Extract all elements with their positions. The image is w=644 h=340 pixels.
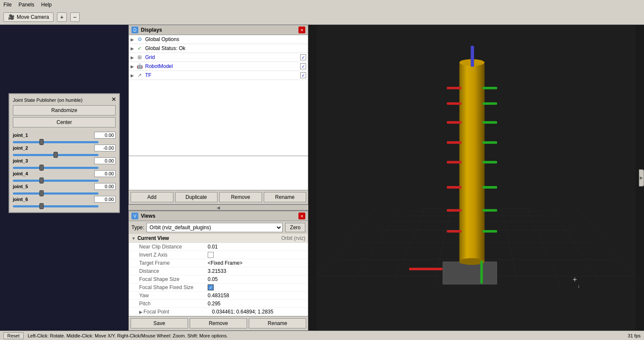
svg-rect-40 xyxy=(409,268,442,270)
displays-panel-icon: D xyxy=(131,27,138,33)
right-collapse-icon: ▶ xyxy=(640,175,643,180)
displays-close-button[interactable]: ✕ xyxy=(298,27,305,33)
joint-1-slider[interactable] xyxy=(13,141,98,143)
joint-5-slider[interactable] xyxy=(13,192,98,195)
display-item-tf[interactable]: ▶ ↗ TF xyxy=(129,71,308,80)
tf-icon: ↗ xyxy=(136,72,143,79)
joint-5-value[interactable] xyxy=(94,183,116,190)
rename-button[interactable]: Rename xyxy=(264,192,307,202)
prop-near-clip-value: 0.01 xyxy=(208,244,218,250)
add-button[interactable]: Add xyxy=(131,192,173,202)
status-hint: Left-Click: Rotate. Middle-Click: Move X… xyxy=(28,333,228,338)
display-item-global-status[interactable]: ▶ ✓ Global Status: Ok xyxy=(129,44,308,53)
prop-focal-shape-fixed: Focal Shape Fixed Size ✓ xyxy=(129,284,308,292)
prop-focal-shape-fixed-checkbox[interactable]: ✓ xyxy=(208,284,214,290)
prop-distance-value: 3.21533 xyxy=(208,268,226,274)
grid-checkbox[interactable] xyxy=(300,54,306,60)
svg-rect-33 xyxy=(447,186,461,189)
prop-pitch: Pitch 0.295 xyxy=(129,300,308,308)
joint-state-publisher-panel: Joint State Publisher (on humble) ✕ Rand… xyxy=(9,93,120,213)
prop-near-clip: Near Clip Distance 0.01 xyxy=(129,243,308,251)
duplicate-button[interactable]: Duplicate xyxy=(175,192,218,202)
views-remove-button[interactable]: Remove xyxy=(190,318,247,328)
prop-focal-point-label: Focal Point xyxy=(143,309,212,315)
svg-rect-31 xyxy=(447,161,461,163)
joint-4-label: joint_4 xyxy=(13,171,39,176)
joint-6-slider[interactable] xyxy=(13,205,98,207)
views-rename-button[interactable]: Rename xyxy=(249,318,306,328)
robot-icon: 🤖 xyxy=(136,63,143,70)
prop-focal-shape-size: Focal Shape Size 0.05 xyxy=(129,275,308,284)
joint-4-value[interactable] xyxy=(94,170,116,177)
right-collapse-handle[interactable]: ▶ xyxy=(639,169,644,186)
tf-label: TF xyxy=(145,72,300,78)
joint-4-thumb[interactable] xyxy=(39,177,44,183)
joint-row-1: joint_1 xyxy=(13,132,116,139)
joint-3-thumb[interactable] xyxy=(39,165,44,171)
current-view-section[interactable]: ▼ Current View Orbit (rviz) xyxy=(129,234,308,243)
remove-button[interactable]: Remove xyxy=(219,192,262,202)
joint-panel-buttons: Randomize Center xyxy=(13,105,116,127)
center-button[interactable]: Center xyxy=(13,117,116,127)
prop-pitch-value: 0.295 xyxy=(208,301,221,307)
views-close-button[interactable]: ✕ xyxy=(298,213,305,219)
svg-rect-28 xyxy=(483,121,497,124)
current-view-title: Current View xyxy=(137,235,169,241)
panel-resize-handle[interactable]: ◀ xyxy=(128,204,308,210)
prop-invert-z-checkbox[interactable] xyxy=(208,252,214,258)
prop-near-clip-label: Near Clip Distance xyxy=(139,244,208,250)
joint-4-slider[interactable] xyxy=(13,180,98,182)
display-item-global-options[interactable]: ▶ ⚙ Global Options xyxy=(129,35,308,44)
randomize-button[interactable]: Randomize xyxy=(13,105,116,115)
joint-1-value[interactable] xyxy=(94,132,116,139)
tf-checkbox[interactable] xyxy=(300,72,306,78)
prop-focal-point: ▶ Focal Point 0.034461; 0.64894; 1.2835 xyxy=(129,308,308,316)
joint-row-3: joint_3 xyxy=(13,157,116,164)
displays-lower-area xyxy=(129,156,308,190)
views-type-select[interactable]: Orbit (rviz_default_plugins) xyxy=(146,223,283,232)
displays-panel-header: D Displays ✕ xyxy=(129,25,308,35)
focal-point-expand-arrow[interactable]: ▶ xyxy=(139,310,143,314)
minus-button[interactable]: − xyxy=(70,12,80,22)
resize-icon: ◀ xyxy=(217,205,220,210)
joint-5-thumb[interactable] xyxy=(39,190,44,196)
current-view-arrow: ▼ xyxy=(131,236,136,241)
views-save-button[interactable]: Save xyxy=(131,318,188,328)
robotmodel-checkbox[interactable] xyxy=(300,63,306,69)
joint-3-label: joint_3 xyxy=(13,158,39,163)
views-type-row: Type: Orbit (rviz_default_plugins) Zero xyxy=(129,221,308,234)
prop-yaw: Yaw 0.483158 xyxy=(129,292,308,300)
svg-rect-29 xyxy=(447,141,461,144)
svg-rect-30 xyxy=(483,141,497,144)
prop-focal-shape-fixed-label: Focal Shape Fixed Size xyxy=(139,284,208,290)
3d-viewport[interactable]: + ↕ ▶ xyxy=(308,25,644,331)
camera-icon: 🎥 xyxy=(8,14,15,20)
joint-2-slider[interactable] xyxy=(13,154,98,156)
prop-pitch-label: Pitch xyxy=(139,301,208,307)
joint-6-value[interactable] xyxy=(94,196,116,203)
joint-2-value[interactable] xyxy=(94,145,116,151)
expand-arrow-grid: ▶ xyxy=(131,55,136,60)
menu-help[interactable]: Help xyxy=(41,2,52,8)
joint-6-label: joint_6 xyxy=(13,197,39,202)
prop-target-frame-label: Target Frame xyxy=(139,260,208,266)
add-display-button[interactable]: + xyxy=(57,12,66,22)
status-bar: Reset Left-Click: Rotate. Middle-Click: … xyxy=(0,331,644,340)
display-item-grid[interactable]: ▶ ⊞ Grid xyxy=(129,53,308,62)
joint-3-value[interactable] xyxy=(94,157,116,164)
joint-1-thumb[interactable] xyxy=(39,139,44,145)
display-item-robotmodel[interactable]: ▶ 🤖 RobotModel xyxy=(129,62,308,71)
joint-3-slider[interactable] xyxy=(13,167,98,169)
joint-2-thumb[interactable] xyxy=(54,152,58,158)
prop-focal-shape-size-value: 0.05 xyxy=(208,276,218,282)
menu-panels[interactable]: Panels xyxy=(18,2,34,8)
joint-6-thumb[interactable] xyxy=(39,203,44,209)
reset-button[interactable]: Reset xyxy=(3,332,24,339)
joint-panel-close-button[interactable]: ✕ xyxy=(111,96,116,103)
joint-5-label: joint_5 xyxy=(13,184,39,189)
svg-rect-32 xyxy=(483,161,497,163)
menu-file[interactable]: File xyxy=(3,2,12,8)
move-camera-button[interactable]: 🎥 Move Camera xyxy=(3,12,54,22)
views-buttons: Save Remove Rename xyxy=(129,316,308,330)
views-zero-button[interactable]: Zero xyxy=(285,223,305,232)
